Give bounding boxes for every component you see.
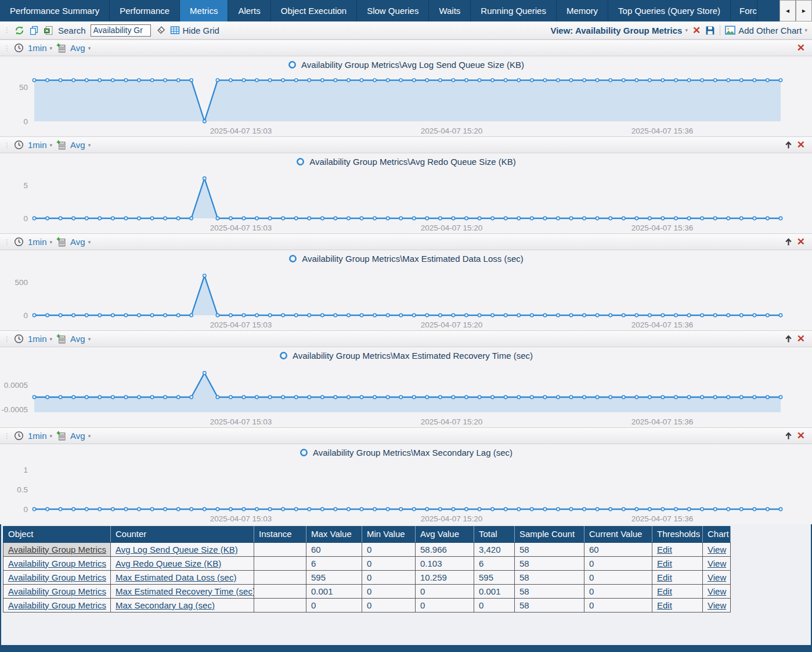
view-chart-link[interactable]: View	[708, 559, 726, 568]
drag-handle[interactable]: ⋮	[3, 142, 10, 149]
view-chart-link[interactable]: View	[708, 572, 726, 582]
close-chart-button[interactable]: ✕	[797, 431, 805, 441]
tab-metrics[interactable]: Metrics	[180, 0, 228, 21]
line-chart[interactable]: 10.502025-04-07 15:032025-04-07 15:20202…	[0, 459, 812, 524]
cell-total: 6	[474, 556, 515, 570]
chart-image-icon	[725, 26, 735, 35]
tab-running-queries[interactable]: Running Queries	[471, 0, 557, 21]
close-chart-button[interactable]: ✕	[797, 237, 805, 247]
col-header-min-value[interactable]: Min Value	[362, 527, 416, 543]
col-header-sample-count[interactable]: Sample Count	[515, 527, 584, 543]
tab-waits[interactable]: Waits	[429, 0, 471, 21]
counter-link[interactable]: Max Estimated Data Loss (sec)	[116, 572, 236, 582]
tab-scroll-right-button[interactable]: ►	[796, 0, 812, 21]
drag-handle[interactable]: ⋮	[3, 336, 10, 343]
tab-object-execution[interactable]: Object Execution	[271, 0, 357, 21]
tab-slow-queries[interactable]: Slow Queries	[357, 0, 429, 21]
tab-memory[interactable]: Memory	[557, 0, 608, 21]
save-view-button[interactable]	[705, 26, 715, 35]
delete-view-button[interactable]: ✕	[692, 26, 701, 35]
interval-dropdown[interactable]: 1min▾	[28, 140, 52, 150]
line-chart[interactable]: 50002025-04-07 15:032025-04-07 15:202025…	[0, 265, 812, 330]
search-input[interactable]	[91, 24, 151, 37]
line-chart[interactable]: 0.0005-0.00052025-04-07 15:032025-04-07 …	[0, 362, 812, 427]
aggregate-dropdown[interactable]: Avg▾	[70, 140, 91, 150]
copy-button[interactable]	[29, 26, 39, 35]
tab-forc[interactable]: Forc	[731, 0, 757, 21]
edit-thresholds-link[interactable]: Edit	[657, 600, 672, 610]
interval-dropdown[interactable]: 1min▾	[28, 237, 52, 247]
edit-thresholds-link[interactable]: Edit	[657, 586, 672, 596]
grid-icon	[170, 26, 180, 35]
drag-handle[interactable]: ⋮	[3, 239, 10, 246]
counter-link[interactable]: Avg Log Send Queue Size (KB)	[116, 545, 238, 554]
chart-title: Availability Group Metrics\Max Estimated…	[0, 250, 812, 265]
interval-dropdown[interactable]: 1min▾	[28, 431, 52, 441]
move-chart-up-button[interactable]	[784, 431, 793, 440]
col-header-chart[interactable]: Chart	[703, 527, 731, 543]
close-chart-button[interactable]: ✕	[797, 140, 805, 150]
tab-performance[interactable]: Performance	[110, 0, 180, 21]
counter-link[interactable]: Max Secondary Lag (sec)	[116, 600, 215, 610]
hide-grid-button[interactable]: Hide Grid	[170, 26, 219, 35]
drag-handle[interactable]: ⋮	[3, 433, 10, 440]
object-link[interactable]: Availability Group Metrics	[8, 572, 106, 582]
col-header-counter[interactable]: Counter	[111, 527, 254, 543]
object-link[interactable]: Availability Group Metrics	[8, 559, 106, 568]
aggregate-dropdown[interactable]: Avg▾	[70, 237, 91, 247]
col-header-total[interactable]: Total	[474, 527, 515, 543]
refresh-button[interactable]	[15, 26, 24, 35]
cell-thresholds: Edit	[652, 542, 703, 556]
chart-title: Availability Group Metrics\Max Secondary…	[0, 444, 812, 459]
col-header-object[interactable]: Object	[3, 527, 111, 543]
cell-min-value: 0	[362, 584, 416, 598]
aggregate-dropdown[interactable]: Avg▾	[70, 334, 91, 344]
object-link[interactable]: Availability Group Metrics	[8, 586, 106, 596]
interval-dropdown[interactable]: 1min▾	[28, 43, 52, 53]
edit-thresholds-link[interactable]: Edit	[657, 559, 672, 568]
copy-icon	[29, 26, 39, 35]
line-chart[interactable]: 5002025-04-07 15:032025-04-07 15:202025-…	[0, 71, 812, 136]
cell-thresholds: Edit	[652, 556, 703, 570]
close-chart-button[interactable]: ✕	[797, 43, 805, 53]
bottom-border-bar	[0, 645, 812, 652]
view-chart-link[interactable]: View	[708, 545, 726, 554]
tab-performance-summary[interactable]: Performance Summary	[0, 0, 110, 21]
view-selector[interactable]: View: Availability Group Metrics ▾	[550, 26, 688, 35]
counter-link[interactable]: Avg Redo Queue Size (KB)	[116, 559, 221, 568]
drag-handle[interactable]: ⋮	[3, 45, 10, 52]
col-header-instance[interactable]: Instance	[254, 527, 306, 543]
view-chart-link[interactable]: View	[708, 586, 726, 596]
edit-thresholds-link[interactable]: Edit	[657, 572, 672, 582]
cell-sample-count: 58	[515, 598, 584, 612]
tab-scroll-left-button[interactable]: ◄	[779, 0, 796, 21]
export-excel-button[interactable]	[44, 26, 53, 35]
object-link[interactable]: Availability Group Metrics	[8, 600, 106, 610]
col-header-thresholds[interactable]: Thresholds	[652, 527, 703, 543]
tab-top-queries-query-store[interactable]: Top Queries (Query Store)	[608, 0, 731, 21]
line-chart[interactable]: 502025-04-07 15:032025-04-07 15:202025-0…	[0, 168, 812, 233]
col-header-avg-value[interactable]: Avg Value	[416, 527, 474, 543]
toolbar-drag-handle[interactable]: ⋮	[3, 27, 10, 34]
add-other-chart-button[interactable]: Add Other Chart ▾	[725, 26, 807, 35]
move-chart-up-button[interactable]	[784, 334, 793, 343]
close-chart-button[interactable]: ✕	[797, 334, 805, 344]
delete-view-icon: ✕	[692, 26, 701, 35]
object-link[interactable]: Availability Group Metrics	[8, 545, 106, 554]
chart-title: Availability Group Metrics\Avg Log Send …	[0, 56, 812, 71]
move-chart-up-button[interactable]	[784, 237, 793, 246]
view-chart-link[interactable]: View	[708, 600, 726, 610]
col-header-current-value[interactable]: Current Value	[584, 527, 652, 543]
chevron-down-icon: ▾	[685, 27, 688, 33]
clear-search-button[interactable]	[156, 26, 165, 35]
tab-alerts[interactable]: Alerts	[228, 0, 270, 21]
interval-dropdown[interactable]: 1min▾	[28, 334, 52, 344]
aggregate-dropdown[interactable]: Avg▾	[70, 43, 91, 53]
col-header-max-value[interactable]: Max Value	[306, 527, 362, 543]
move-chart-up-button[interactable]	[784, 141, 793, 149]
edit-thresholds-link[interactable]: Edit	[657, 545, 672, 554]
counter-link[interactable]: Max Estimated Recovery Time (sec)	[116, 586, 254, 596]
cell-instance	[254, 542, 306, 556]
aggregate-dropdown[interactable]: Avg▾	[70, 431, 91, 441]
svg-text:5: 5	[23, 181, 28, 190]
